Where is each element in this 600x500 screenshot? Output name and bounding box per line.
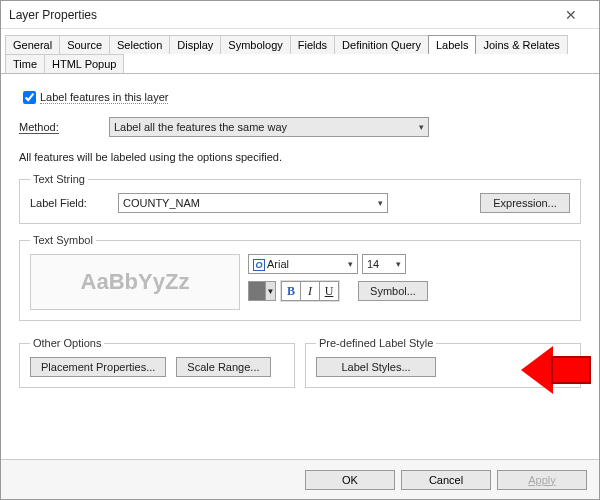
placement-properties-button[interactable]: Placement Properties... — [30, 357, 166, 377]
tab-content: Label features in this layer Method: Lab… — [1, 74, 599, 408]
label-features-row: Label features in this layer — [19, 88, 581, 107]
ok-button[interactable]: OK — [305, 470, 395, 490]
font-row: OArial ▾ 14 ▾ — [248, 254, 570, 274]
chevron-down-icon: ▼ — [265, 282, 275, 300]
font-size-dropdown[interactable]: 14 ▾ — [362, 254, 406, 274]
tab-selection[interactable]: Selection — [109, 35, 170, 54]
scale-range-button[interactable]: Scale Range... — [176, 357, 270, 377]
label-field-dropdown[interactable]: COUNTY_NAM ▾ — [118, 193, 388, 213]
tab-symbology[interactable]: Symbology — [220, 35, 290, 54]
method-value: Label all the features the same way — [114, 121, 287, 133]
method-dropdown[interactable]: Label all the features the same way ▾ — [109, 117, 429, 137]
tab-general[interactable]: General — [5, 35, 60, 54]
label-styles-button[interactable]: Label Styles... — [316, 357, 436, 377]
method-row: Method: Label all the features the same … — [19, 117, 581, 137]
chevron-down-icon: ▾ — [419, 122, 424, 132]
method-label: Method: — [19, 121, 109, 133]
label-field-label: Label Field: — [30, 197, 110, 209]
tab-time[interactable]: Time — [5, 54, 45, 73]
close-icon[interactable]: ✕ — [551, 7, 591, 23]
chevron-down-icon: ▾ — [378, 198, 383, 208]
tab-html-popup[interactable]: HTML Popup — [44, 54, 124, 73]
symbol-controls: OArial ▾ 14 ▾ ▼ — [248, 254, 570, 310]
symbol-button[interactable]: Symbol... — [358, 281, 428, 301]
chevron-down-icon: ▾ — [396, 259, 401, 269]
other-options-legend: Other Options — [30, 337, 104, 349]
tab-display[interactable]: Display — [169, 35, 221, 54]
titlebar: Layer Properties ✕ — [1, 1, 599, 29]
red-arrow-callout — [521, 346, 591, 394]
chevron-down-icon: ▾ — [348, 259, 353, 269]
font-dropdown[interactable]: OArial ▾ — [248, 254, 358, 274]
text-symbol-group: Text Symbol AaBbYyZz OArial ▾ 14 ▾ — [19, 234, 581, 321]
font-icon: O — [253, 259, 265, 271]
dialog-footer: OK Cancel Apply — [1, 459, 599, 499]
expression-button[interactable]: Expression... — [480, 193, 570, 213]
dialog-window: Layer Properties ✕ General Source Select… — [0, 0, 600, 500]
format-group: B I U — [280, 280, 340, 302]
tab-fields[interactable]: Fields — [290, 35, 335, 54]
tab-source[interactable]: Source — [59, 35, 110, 54]
tab-labels[interactable]: Labels — [428, 35, 476, 54]
bottom-groups: Other Options Placement Properties... Sc… — [19, 331, 581, 398]
font-size-value: 14 — [367, 258, 379, 270]
predefined-style-legend: Pre-defined Label Style — [316, 337, 436, 349]
other-options-row: Placement Properties... Scale Range... — [30, 357, 284, 377]
tab-definition-query[interactable]: Definition Query — [334, 35, 429, 54]
window-title: Layer Properties — [9, 8, 551, 22]
sample-box: AaBbYyZz — [30, 254, 240, 310]
other-options-group: Other Options Placement Properties... Sc… — [19, 337, 295, 388]
sample-text: AaBbYyZz — [81, 269, 190, 295]
label-field-row: Label Field: COUNTY_NAM ▾ Expression... — [30, 193, 570, 213]
text-string-group: Text String Label Field: COUNTY_NAM ▾ Ex… — [19, 173, 581, 224]
label-features-checkbox[interactable] — [23, 91, 36, 104]
label-field-value: COUNTY_NAM — [123, 197, 200, 209]
color-swatch-fill — [249, 282, 265, 300]
format-row: ▼ B I U Symbol... — [248, 280, 570, 302]
italic-button[interactable]: I — [300, 281, 320, 301]
tab-joins-relates[interactable]: Joins & Relates — [475, 35, 567, 54]
apply-button[interactable]: Apply — [497, 470, 587, 490]
font-value: Arial — [267, 258, 289, 270]
options-note: All features will be labeled using the o… — [19, 151, 581, 163]
bold-button[interactable]: B — [281, 281, 301, 301]
cancel-button[interactable]: Cancel — [401, 470, 491, 490]
underline-button[interactable]: U — [319, 281, 339, 301]
label-features-label: Label features in this layer — [40, 91, 168, 104]
text-symbol-row: AaBbYyZz OArial ▾ 14 ▾ — [30, 254, 570, 310]
tabstrip: General Source Selection Display Symbolo… — [1, 29, 599, 74]
text-string-legend: Text String — [30, 173, 88, 185]
color-picker[interactable]: ▼ — [248, 281, 276, 301]
text-symbol-legend: Text Symbol — [30, 234, 96, 246]
